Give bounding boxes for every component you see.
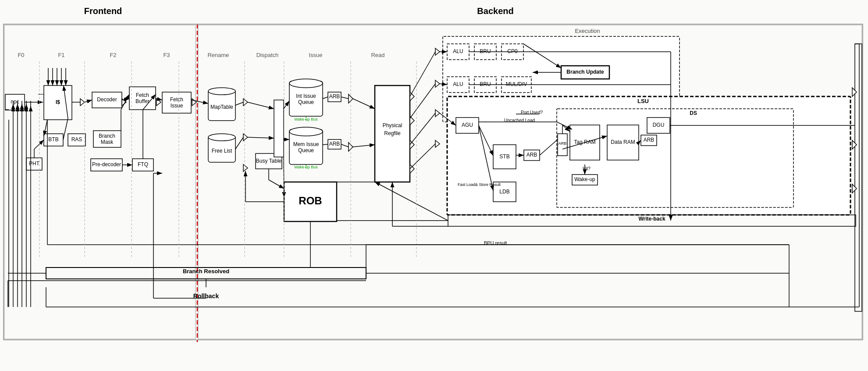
bru-bottom-label: BRU xyxy=(480,81,491,87)
mem-issue-label1: Mem Issue xyxy=(293,141,319,147)
mem-issue-top xyxy=(289,127,323,136)
regfile-to-exec4 xyxy=(410,144,435,169)
stage-f0: F0 xyxy=(18,52,24,58)
int-issue-label1: Int Issue xyxy=(296,93,316,99)
pipe-reg-right-1 xyxy=(852,88,857,96)
maptable-label: MapTable xyxy=(210,104,233,110)
pipe-reg-exec-4 xyxy=(435,140,440,147)
backend-label: Backend xyxy=(477,6,513,16)
pipe-reg-exec-2 xyxy=(435,80,440,87)
maptable-top xyxy=(208,88,235,95)
dgu-label: DGU xyxy=(653,122,665,128)
stage-rename: Rename xyxy=(207,52,229,58)
stage-f1: F1 xyxy=(58,52,64,58)
stage-dispatch: Dispatch xyxy=(256,52,279,58)
pipe-reg-exec-1 xyxy=(435,48,440,55)
arb-to-pipereg-issue xyxy=(341,97,349,99)
pipe-reg-read-1 xyxy=(410,92,414,101)
fast-load-store-label1: Fast Load& Store Result xyxy=(458,182,501,187)
ds-label: DS xyxy=(690,110,697,116)
pipereg2-to-regfile xyxy=(353,145,375,147)
agu-label: AGU xyxy=(462,122,473,128)
stage-issue: Issue xyxy=(309,52,322,58)
pipe-reg-dispatch-3 xyxy=(243,164,248,171)
branch-update-label: Branch Update xyxy=(566,69,604,75)
fetch-buffer-label1: Fetch xyxy=(136,92,149,98)
pipe-reg-dispatch-2 xyxy=(243,134,248,141)
arb-stb-label: ARB xyxy=(526,152,537,158)
stb-label: STB xyxy=(499,153,509,160)
fetch-issue-label1: Fetch xyxy=(170,96,183,103)
arb-mem-label: ARB xyxy=(329,141,340,147)
physical-regfile-label1: Physical xyxy=(383,122,402,128)
pipe-reg-right-2 xyxy=(852,140,857,149)
pipereg-issue-to-regfile xyxy=(353,99,375,109)
pipereg1-to-decoder xyxy=(85,100,92,102)
arb-pre-ram-label: ARB xyxy=(559,141,567,146)
ldb-label: LDB xyxy=(499,189,509,195)
diagram-container: Frontend Backend Execution F0 F1 F2 F3 R… xyxy=(0,0,868,371)
execution-label: Execution xyxy=(575,28,600,34)
bru-top-label: BRU xyxy=(480,48,491,54)
busytable-to-rob xyxy=(269,180,284,189)
branch-resolved-label: Branch Resolved xyxy=(183,268,229,275)
int-issue-top xyxy=(289,79,323,88)
svg-rect-8 xyxy=(4,25,196,339)
btb-label: BTB xyxy=(48,136,58,143)
cp0-label: CP0 xyxy=(507,48,518,54)
frontend-label: Frontend xyxy=(84,6,122,16)
svg-marker-5 xyxy=(0,0,4,4)
lsu-label: LSU xyxy=(637,98,649,104)
arb2-to-pipereg xyxy=(341,144,349,147)
icache-label: I$ xyxy=(56,99,60,105)
physical-regfile-label2: Regfile xyxy=(384,130,401,136)
arb-int-label: ARB xyxy=(329,93,340,100)
stage-read: Read xyxy=(371,52,384,58)
free-list-label: Free List xyxy=(212,148,232,154)
writeback-to-regfile xyxy=(375,182,448,221)
alu-bottom-label: ALU xyxy=(453,81,463,87)
hit-label: Hit? xyxy=(583,166,591,171)
maptable-to-pipereg xyxy=(235,102,243,105)
pipereg-to-merge xyxy=(248,102,274,109)
regfile-to-exec3 xyxy=(410,113,435,145)
pipereg2-to-merge2 xyxy=(248,137,274,138)
branch-mask-label2: Mask xyxy=(101,139,114,145)
fetch-buffer-label2: Buffer xyxy=(135,98,149,104)
decoder-label: Decoder xyxy=(97,96,117,103)
pipe-reg-right-3 xyxy=(852,184,857,193)
fetch-issue-label2: Issue xyxy=(171,103,183,109)
pre-decoder-label: Pre-decoder xyxy=(92,161,121,168)
merge-to-int-issue xyxy=(284,101,289,109)
ftq-label: FTQ xyxy=(138,161,148,168)
int-issue-label2: Queue xyxy=(298,99,314,105)
pipe-reg-1 xyxy=(80,99,85,106)
pht-to-btb xyxy=(34,140,44,149)
data-ram-label: Data RAM xyxy=(611,139,635,145)
mem-issue-label2: Queue xyxy=(298,147,314,153)
busy-table-label: Busy Table xyxy=(256,158,282,164)
mem-issue-to-arb2 xyxy=(323,144,328,145)
regfile-to-exec2 xyxy=(410,84,435,118)
btb-to-icache xyxy=(63,118,68,140)
regfile-to-exec1 xyxy=(410,52,435,96)
rob-label: ROB xyxy=(299,195,322,207)
svg-marker-6 xyxy=(0,0,4,4)
alu-top-label: ALU xyxy=(453,48,463,54)
wake-up-label: Wake-up xyxy=(574,176,595,182)
pipe-reg-dispatch-1 xyxy=(243,99,248,106)
branch-mask-label1: Branch xyxy=(99,133,115,139)
stage-f2: F2 xyxy=(110,52,116,58)
npc-label: npc xyxy=(11,99,19,105)
merge-gate xyxy=(274,100,284,157)
int-issue-to-arb xyxy=(323,97,328,99)
pipe-reg-read-4 xyxy=(410,164,414,173)
pipe-reg-exec-3 xyxy=(435,110,440,117)
free-list-top xyxy=(208,134,235,141)
ras-label: RAS xyxy=(71,136,82,143)
arb-ds-label: ARB xyxy=(644,137,655,143)
freelist-to-pipereg2 xyxy=(235,137,243,149)
right-bus xyxy=(855,44,862,311)
stage-f3: F3 xyxy=(163,52,170,58)
write-back-label: Write-back xyxy=(638,216,665,222)
